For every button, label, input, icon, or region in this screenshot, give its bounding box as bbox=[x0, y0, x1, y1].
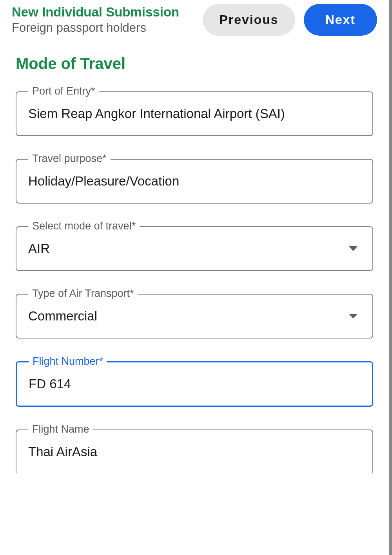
form-content: Mode of Travel Port of Entry* Travel pur… bbox=[0, 43, 389, 473]
mode-of-travel-value: AIR bbox=[28, 241, 50, 256]
air-transport-type-field[interactable]: Type of Air Transport* Commercial bbox=[16, 294, 373, 338]
header-nav-buttons: Previous Next bbox=[203, 4, 377, 36]
travel-purpose-field[interactable]: Travel purpose* bbox=[16, 159, 373, 204]
flight-name-field[interactable]: Flight Name bbox=[16, 429, 373, 473]
mode-of-travel-select[interactable]: AIR bbox=[16, 227, 372, 270]
mode-of-travel-label: Select mode of travel* bbox=[28, 220, 140, 232]
flight-name-input[interactable] bbox=[16, 430, 372, 473]
port-of-entry-label: Port of Entry* bbox=[28, 85, 99, 97]
mode-of-travel-field[interactable]: Select mode of travel* AIR bbox=[16, 226, 373, 271]
header-title-block: New Individual Submission Foreign passpo… bbox=[12, 5, 179, 35]
travel-purpose-input[interactable] bbox=[16, 160, 372, 203]
page-title: New Individual Submission bbox=[12, 5, 179, 20]
next-button[interactable]: Next bbox=[304, 4, 377, 36]
flight-number-label: Flight Number* bbox=[29, 355, 107, 368]
flight-number-field[interactable]: Flight Number* bbox=[16, 361, 373, 407]
air-transport-type-value: Commercial bbox=[28, 309, 97, 324]
page-subtitle: Foreign passport holders bbox=[12, 21, 179, 35]
chevron-down-icon bbox=[349, 246, 358, 251]
travel-purpose-label: Travel purpose* bbox=[28, 153, 111, 165]
flight-number-input[interactable] bbox=[17, 362, 372, 406]
page-header: New Individual Submission Foreign passpo… bbox=[0, 0, 389, 43]
previous-button[interactable]: Previous bbox=[203, 4, 295, 36]
section-title: Mode of Travel bbox=[16, 55, 373, 73]
air-transport-type-select[interactable]: Commercial bbox=[16, 295, 372, 338]
chevron-down-icon bbox=[349, 314, 358, 318]
port-of-entry-input[interactable] bbox=[16, 92, 372, 135]
flight-name-label: Flight Name bbox=[28, 423, 93, 435]
air-transport-type-label: Type of Air Transport* bbox=[28, 288, 138, 300]
port-of-entry-field[interactable]: Port of Entry* bbox=[16, 91, 373, 136]
